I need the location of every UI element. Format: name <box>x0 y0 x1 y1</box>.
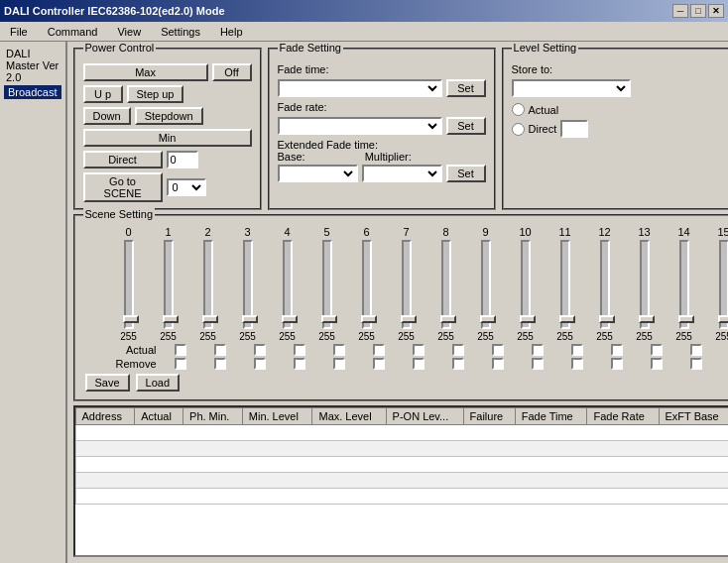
actual-checkboxes-0[interactable] <box>175 344 186 356</box>
min-button[interactable]: Min <box>83 129 252 147</box>
slider-track-13[interactable] <box>640 240 650 329</box>
slider-value-0: 255 <box>120 331 137 342</box>
goto-scene-button[interactable]: Go to SCENE <box>83 172 163 202</box>
slider-track-8[interactable] <box>441 240 451 329</box>
slider-track-7[interactable] <box>402 240 412 329</box>
slider-track-11[interactable] <box>560 240 570 329</box>
actual-checkboxes-4[interactable] <box>333 344 345 356</box>
scene-num-13: 13 <box>625 226 665 238</box>
actual-checkboxes-11[interactable] <box>611 344 623 356</box>
stepup-button[interactable]: Step up <box>127 85 184 103</box>
remove-checkboxes-12[interactable] <box>651 358 663 370</box>
ext-fade-set-button[interactable]: Set <box>446 165 486 182</box>
remove-checkboxes-6[interactable] <box>413 358 425 370</box>
slider-track-4[interactable] <box>283 240 293 329</box>
scene-num-3: 3 <box>228 226 268 238</box>
direct-input[interactable] <box>167 151 198 169</box>
slider-track-12[interactable] <box>600 240 610 329</box>
slider-col-15: 255 <box>704 240 728 342</box>
fade-time-set-button[interactable]: Set <box>446 79 486 97</box>
load-button[interactable]: Load <box>136 374 180 392</box>
remove-checkboxes-11[interactable] <box>611 358 623 370</box>
actual-checkboxes-10[interactable] <box>571 344 583 356</box>
actual-checkboxes-1[interactable] <box>214 344 226 356</box>
up-button[interactable]: U p <box>83 85 123 103</box>
slider-track-15[interactable] <box>719 240 728 329</box>
actual-checkboxes-9[interactable] <box>532 344 544 356</box>
actual-checkboxes-2[interactable] <box>254 344 266 356</box>
scene-setting-title: Scene Setting <box>83 208 156 220</box>
menu-file[interactable]: File <box>4 24 34 40</box>
remove-checkboxes-2[interactable] <box>254 358 266 370</box>
sidebar-item-broadcast[interactable]: Broadcast <box>4 85 61 99</box>
store-to-select[interactable] <box>512 79 631 97</box>
remove-checkboxes-7[interactable] <box>452 358 464 370</box>
remove-checkboxes-5[interactable] <box>373 358 385 370</box>
actual-checkboxes-col-0 <box>161 344 200 356</box>
actual-checkboxes-6[interactable] <box>413 344 425 356</box>
actual-radio[interactable] <box>512 103 525 116</box>
remove-checkboxes-13[interactable] <box>690 358 702 370</box>
table-row <box>75 441 728 457</box>
table-row <box>75 489 728 505</box>
slider-track-2[interactable] <box>203 240 213 329</box>
remove-checkboxes-col-10 <box>557 358 597 370</box>
remove-checkboxes-3[interactable] <box>294 358 305 370</box>
actual-checkboxes-5[interactable] <box>373 344 385 356</box>
slider-thumb-0 <box>123 315 139 323</box>
actual-checkboxes-3[interactable] <box>294 344 305 356</box>
close-button[interactable]: ✕ <box>708 4 724 18</box>
remove-checkboxes-col-4 <box>319 358 359 370</box>
scene-num-14: 14 <box>665 226 704 238</box>
slider-track-9[interactable] <box>481 240 491 329</box>
remove-checkboxes-4[interactable] <box>333 358 345 370</box>
actual-checkboxes-col-9 <box>518 344 557 356</box>
direct-level-input[interactable] <box>560 120 588 138</box>
slider-track-0[interactable] <box>124 240 134 329</box>
ext-base-select[interactable] <box>278 165 358 182</box>
scene-num-9: 9 <box>466 226 506 238</box>
actual-checkboxes-8[interactable] <box>492 344 504 356</box>
menu-settings[interactable]: Settings <box>155 24 206 40</box>
slider-track-6[interactable] <box>362 240 372 329</box>
data-table: AddressActualPh. Min.Min. LevelMax. Leve… <box>75 407 728 505</box>
slider-track-5[interactable] <box>322 240 332 329</box>
actual-checkboxes-13[interactable] <box>690 344 702 356</box>
menu-help[interactable]: Help <box>214 24 249 40</box>
fade-rate-select[interactable] <box>278 117 442 135</box>
remove-checkboxes-10[interactable] <box>571 358 583 370</box>
remove-checkboxes-0[interactable] <box>175 358 186 370</box>
remove-checkboxes-col-9 <box>518 358 557 370</box>
ext-multiplier-select[interactable] <box>362 165 442 182</box>
actual-checkboxes-7[interactable] <box>452 344 464 356</box>
off-button[interactable]: Off <box>212 63 252 81</box>
actual-checkboxes-12[interactable] <box>651 344 663 356</box>
menu-view[interactable]: View <box>111 24 147 40</box>
down-button[interactable]: Down <box>83 107 131 125</box>
slider-track-1[interactable] <box>164 240 174 329</box>
fade-setting-panel: Fade Setting Fade time: Set Fade rate: S… <box>268 48 496 210</box>
minimize-button[interactable]: ─ <box>672 4 688 18</box>
goto-scene-select[interactable]: 0 <box>167 178 206 196</box>
slider-track-3[interactable] <box>243 240 253 329</box>
slider-col-8: 255 <box>426 240 466 342</box>
remove-checkboxes-8[interactable] <box>492 358 504 370</box>
remove-checkboxes-1[interactable] <box>214 358 226 370</box>
actual-checkboxes-col-6 <box>399 344 438 356</box>
scene-num-12: 12 <box>585 226 625 238</box>
table-row <box>75 425 728 441</box>
slider-track-14[interactable] <box>679 240 689 329</box>
menu-command[interactable]: Command <box>42 24 104 40</box>
maximize-button[interactable]: □ <box>690 4 706 18</box>
slider-track-10[interactable] <box>521 240 531 329</box>
fade-rate-set-button[interactable]: Set <box>446 117 486 135</box>
slider-col-3: 255 <box>228 240 268 342</box>
direct-button[interactable]: Direct <box>83 151 163 169</box>
direct-radio[interactable] <box>512 123 525 136</box>
slider-col-12: 255 <box>585 240 625 342</box>
fade-time-select[interactable] <box>278 79 442 97</box>
remove-checkboxes-9[interactable] <box>532 358 544 370</box>
save-button[interactable]: Save <box>85 374 130 392</box>
stepdown-button[interactable]: Stepdown <box>135 107 203 125</box>
max-button[interactable]: Max <box>83 63 208 81</box>
